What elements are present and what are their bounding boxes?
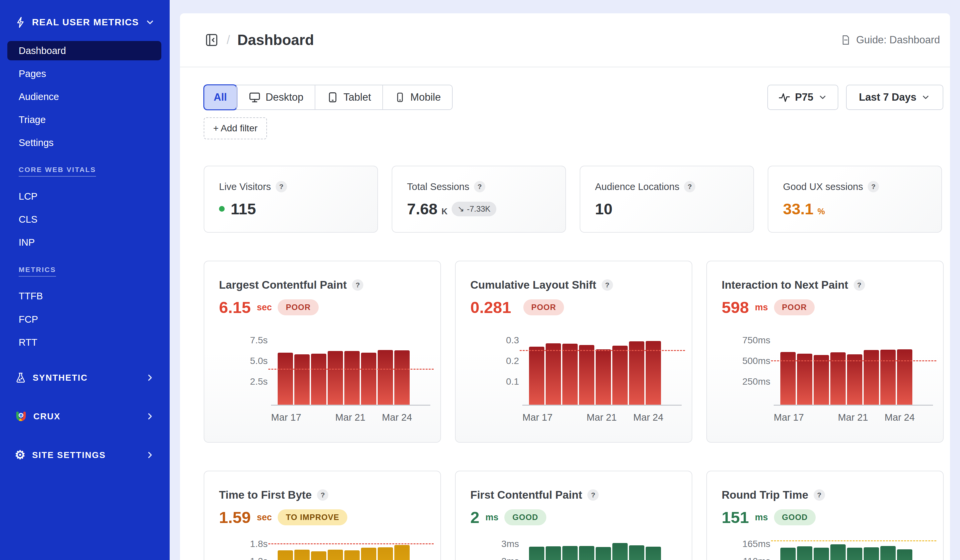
bar[interactable]: [394, 350, 410, 405]
bar[interactable]: [311, 551, 326, 560]
stat-card-live-visitors: Live Visitors ? 115: [204, 166, 378, 233]
bar[interactable]: [596, 547, 611, 560]
bar[interactable]: [562, 344, 578, 405]
bar[interactable]: [328, 351, 343, 405]
bar[interactable]: [361, 353, 376, 405]
bar[interactable]: [612, 346, 628, 405]
bar[interactable]: [596, 349, 611, 405]
bar[interactable]: [629, 546, 644, 560]
page-title: Dashboard: [237, 32, 314, 48]
threshold-line: [520, 350, 685, 351]
segment-tablet[interactable]: Tablet: [315, 85, 382, 109]
bar[interactable]: [897, 349, 912, 405]
help-icon[interactable]: ?: [352, 279, 363, 291]
bar[interactable]: [546, 546, 561, 560]
bar[interactable]: [529, 547, 544, 560]
sidebar-item-settings[interactable]: Settings: [0, 133, 170, 152]
chevron-down-icon[interactable]: [145, 18, 155, 27]
bar[interactable]: [344, 550, 360, 560]
help-icon[interactable]: ?: [814, 489, 825, 501]
x-axis-tick-label: Mar 17: [261, 412, 311, 423]
bar[interactable]: [780, 548, 796, 560]
sidebar-item-label: Settings: [19, 137, 54, 148]
bar[interactable]: [830, 544, 846, 560]
help-icon[interactable]: ?: [276, 181, 287, 192]
section-core-web-vitals: CORE WEB VITALS: [0, 162, 170, 181]
bar[interactable]: [847, 354, 862, 405]
bar[interactable]: [864, 350, 879, 405]
bar[interactable]: [278, 550, 293, 560]
segment-label: Desktop: [266, 91, 304, 103]
help-icon[interactable]: ?: [587, 489, 599, 501]
bar[interactable]: [278, 353, 293, 405]
x-axis-tick-label: Mar 24: [372, 412, 422, 423]
sidebar-item-cls[interactable]: CLS: [0, 210, 170, 229]
segment-mobile[interactable]: Mobile: [382, 85, 452, 109]
guide-link[interactable]: Guide: Dashboard: [840, 34, 940, 46]
help-icon[interactable]: ?: [317, 489, 328, 501]
help-icon[interactable]: ?: [868, 181, 879, 192]
bar[interactable]: [294, 354, 310, 405]
bar[interactable]: [529, 347, 544, 405]
bar[interactable]: [880, 350, 896, 405]
sidebar-item-ttfb[interactable]: TTFB: [0, 286, 170, 306]
bar[interactable]: [880, 546, 896, 560]
chevron-right-icon: [145, 373, 155, 382]
segment-all[interactable]: All: [204, 85, 236, 109]
x-axis-tick-label: Mar 21: [325, 412, 375, 423]
percentile-dropdown[interactable]: P75: [767, 85, 838, 110]
bar[interactable]: [546, 343, 561, 405]
bar[interactable]: [814, 355, 829, 405]
collapse-sidebar-icon[interactable]: [204, 32, 219, 48]
sidebar-group-crux[interactable]: CRUX: [0, 407, 170, 426]
help-icon[interactable]: ?: [854, 279, 865, 291]
bar[interactable]: [780, 352, 796, 405]
threshold-line: [771, 540, 936, 541]
help-icon[interactable]: ?: [602, 279, 613, 291]
bar[interactable]: [328, 550, 343, 560]
threshold-line: [268, 369, 434, 370]
bar[interactable]: [394, 545, 410, 560]
bar[interactable]: [361, 548, 376, 560]
bar[interactable]: [612, 543, 628, 560]
brand-header[interactable]: REAL USER METRICS: [0, 13, 170, 32]
help-icon[interactable]: ?: [474, 181, 485, 192]
segment-desktop[interactable]: Desktop: [236, 85, 315, 109]
rtt-bar-chart: 165ms110msMar 17Mar 21Mar 24: [720, 540, 934, 560]
stat-card-good-ux-sessions: Good UX sessions ? 33.1 %: [768, 166, 942, 233]
sidebar-item-fcp[interactable]: FCP: [0, 310, 170, 329]
sidebar-item-lcp[interactable]: LCP: [0, 187, 170, 206]
bar[interactable]: [847, 548, 862, 560]
bar[interactable]: [814, 548, 829, 560]
sidebar-group-synthetic[interactable]: SYNTHETIC: [0, 368, 170, 387]
stat-value: 33.1: [783, 200, 813, 218]
sidebar-item-pages[interactable]: Pages: [0, 64, 170, 83]
bar[interactable]: [579, 345, 594, 405]
date-range-dropdown[interactable]: Last 7 Days: [846, 85, 943, 110]
sidebar-item-rtt[interactable]: RTT: [0, 333, 170, 352]
bar[interactable]: [311, 354, 326, 405]
add-filter-button[interactable]: + Add filter: [204, 117, 267, 139]
bar[interactable]: [646, 547, 661, 560]
sidebar-item-inp[interactable]: INP: [0, 233, 170, 252]
bar[interactable]: [378, 350, 393, 405]
help-icon[interactable]: ?: [684, 181, 695, 192]
bar[interactable]: [897, 549, 912, 560]
bar[interactable]: [864, 547, 879, 560]
bar[interactable]: [378, 547, 393, 560]
bar[interactable]: [344, 351, 360, 405]
metric-value: 6.15: [219, 298, 251, 317]
y-axis-tick-label: 7.5s: [218, 334, 268, 346]
sidebar-item-dashboard[interactable]: Dashboard: [7, 41, 162, 60]
sidebar-group-site-settings[interactable]: ⚙ SITE SETTINGS: [0, 445, 170, 465]
threshold-line: [268, 543, 434, 544]
bar[interactable]: [797, 546, 812, 560]
bar[interactable]: [797, 354, 812, 405]
bar[interactable]: [579, 546, 594, 560]
y-axis-tick-label: 750ms: [720, 334, 770, 346]
sidebar-item-triage[interactable]: Triage: [0, 110, 170, 130]
bar[interactable]: [294, 550, 310, 560]
sidebar-item-audience[interactable]: Audience: [0, 87, 170, 106]
bar[interactable]: [562, 546, 578, 560]
metric-unit: ms: [755, 302, 768, 313]
